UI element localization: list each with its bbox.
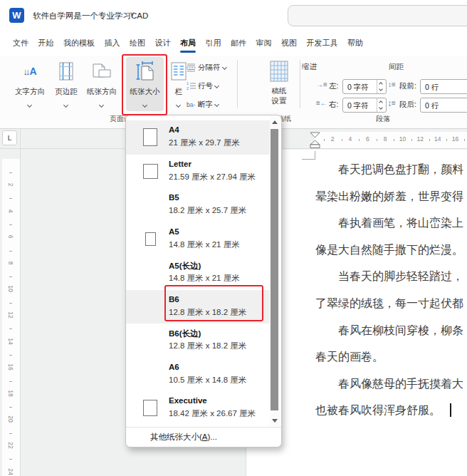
tab-引用[interactable]: 引用 bbox=[206, 35, 221, 53]
paper-size-option-A6[interactable]: A610.5 厘米 x 14.8 厘米 bbox=[126, 358, 271, 392]
chevron-down-icon bbox=[27, 103, 32, 108]
h-ruler-tick bbox=[359, 139, 360, 141]
h-ruler-number: 10 bbox=[397, 135, 409, 143]
v-ruler-tick bbox=[9, 433, 12, 434]
v-ruler-tick bbox=[9, 407, 12, 408]
scroll-down-icon[interactable] bbox=[272, 419, 278, 423]
text-direction-button[interactable]: ↓↓A 文字方向 bbox=[10, 57, 50, 111]
paper-size-option-B6(长边)[interactable]: B6(长边)12.8 厘米 x 18.2 厘米 bbox=[126, 324, 271, 358]
space-before-input[interactable]: 0 行 bbox=[420, 79, 467, 94]
tab-插入[interactable]: 插入 bbox=[105, 35, 120, 53]
paper-size-option-A4[interactable]: A421 厘米 x 29.7 厘米 bbox=[126, 120, 271, 155]
tab-设计[interactable]: 设计 bbox=[155, 35, 171, 53]
tab-布局[interactable]: 布局 bbox=[180, 35, 196, 53]
chevron-down-icon bbox=[99, 103, 104, 108]
manuscript-setup-button[interactable]: 稿纸 设置 bbox=[261, 57, 298, 111]
text-direction-icon: ↓↓A bbox=[10, 61, 50, 82]
document-text-line: 晕染出粉嫩的娇羞，世界变得 bbox=[315, 183, 467, 210]
space-before-icon: ↕≡ bbox=[388, 81, 399, 90]
v-ruler-number: 12 bbox=[7, 309, 14, 321]
tab-视图[interactable]: 视图 bbox=[281, 35, 297, 53]
paper-size-name: B6(长边) bbox=[169, 328, 201, 339]
paper-size-dims: 21.59 厘米 x 27.94 厘米 bbox=[169, 172, 256, 182]
h-ruler-number: 14 bbox=[432, 135, 444, 143]
group-label-paragraph: 段落 bbox=[362, 114, 404, 124]
chevron-down-icon bbox=[176, 103, 181, 108]
paper-size-option-B5[interactable]: B518.2 厘米 x 25.7 厘米 bbox=[126, 188, 271, 222]
indent-left-input[interactable]: 0 字符 bbox=[342, 79, 387, 94]
tab-文件[interactable]: 文件 bbox=[13, 35, 28, 53]
paper-size-dims: 18.42 厘米 x 26.67 厘米 bbox=[169, 408, 256, 419]
v-ruler-tick bbox=[9, 381, 12, 382]
h-ruler-number: 4 bbox=[345, 135, 356, 143]
h-ruler-tick bbox=[394, 139, 394, 141]
tab-开发工具[interactable]: 开发工具 bbox=[307, 35, 338, 53]
line-numbers-icon: 12 bbox=[187, 81, 196, 90]
h-ruler-tick bbox=[464, 139, 465, 141]
tab-selector-icon[interactable]: L bbox=[2, 130, 17, 145]
tab-我的模板[interactable]: 我的模板 bbox=[63, 35, 95, 53]
breaks-button[interactable]: 分隔符 bbox=[187, 61, 238, 73]
paper-icon bbox=[136, 391, 164, 425]
paper-size-dims: 18.2 厘米 x 25.7 厘米 bbox=[169, 205, 246, 216]
v-ruler-tick bbox=[9, 172, 12, 173]
v-ruler-tick bbox=[9, 459, 12, 460]
tab-邮件[interactable]: 邮件 bbox=[231, 35, 246, 53]
line-numbers-button[interactable]: 12 行号 bbox=[187, 80, 238, 92]
paper-size-option-A5[interactable]: A514.8 厘米 x 21 厘米 bbox=[126, 222, 271, 257]
document-text-line: 也被春风吹得浑身舒服。 bbox=[315, 397, 467, 424]
hyphenation-button[interactable]: ba- 断字 bbox=[187, 98, 238, 110]
title-chevron-down-icon[interactable]: ∨ bbox=[130, 10, 135, 18]
h-ruler-tick bbox=[342, 139, 342, 141]
chevron-down-icon bbox=[221, 65, 226, 70]
tab-绘图[interactable]: 绘图 bbox=[130, 35, 145, 53]
chevron-down-icon bbox=[214, 102, 219, 107]
svg-text:2: 2 bbox=[187, 86, 189, 90]
tab-开始[interactable]: 开始 bbox=[38, 35, 54, 53]
v-ruler-tick bbox=[9, 328, 12, 329]
v-ruler-number: 16 bbox=[7, 361, 14, 373]
v-ruler-number: 18 bbox=[7, 388, 14, 399]
indent-right-input[interactable]: 0 字符 bbox=[342, 98, 387, 113]
h-ruler-tick bbox=[324, 139, 325, 141]
h-ruler-tick bbox=[429, 139, 430, 141]
stepper[interactable] bbox=[377, 98, 386, 112]
orientation-icon bbox=[82, 61, 122, 82]
paper-size-dims: 21 厘米 x 29.7 厘米 bbox=[169, 138, 240, 148]
indent-left-icon: →≡ bbox=[316, 81, 327, 90]
stepper[interactable] bbox=[377, 80, 386, 93]
paper-icon bbox=[136, 222, 164, 257]
tab-帮助[interactable]: 帮助 bbox=[347, 35, 363, 53]
paper-size-name: A5 bbox=[169, 227, 179, 236]
scroll-up-icon[interactable] bbox=[272, 120, 278, 124]
tab-审阅[interactable]: 审阅 bbox=[256, 35, 272, 53]
breaks-icon bbox=[187, 63, 196, 72]
paper-size-dims: 12.8 厘米 x 18.2 厘米 bbox=[169, 341, 246, 351]
margins-button[interactable]: 页边距 bbox=[52, 57, 80, 111]
paper-size-dims: 14.8 厘米 x 21 厘米 bbox=[169, 273, 240, 284]
word-logo-icon: W bbox=[9, 8, 24, 23]
indent-right-icon: ≡← bbox=[316, 99, 327, 108]
h-ruler-number: 12 bbox=[414, 135, 426, 143]
indent-section-title: 缩进 bbox=[302, 62, 317, 72]
paper-size-option-Letter[interactable]: Letter21.59 厘米 x 27.94 厘米 bbox=[126, 155, 271, 189]
dropdown-scrollbar[interactable] bbox=[270, 117, 280, 426]
document-text[interactable]: 春天把调色盘打翻，颜料晕染出粉嫩的娇羞，世界变得春执着画笔，将山峦染上像是大自然… bbox=[315, 156, 467, 424]
document-text-line: 像是大自然随手撒下的烂漫。 bbox=[315, 237, 467, 264]
tab-list: 文件开始我的模板插入绘图设计布局引用邮件审阅视图开发工具帮助 bbox=[13, 31, 363, 56]
paper-size-name: Executive bbox=[169, 396, 207, 405]
orientation-button[interactable]: 纸张方向 bbox=[82, 57, 122, 111]
h-ruler-number: 8 bbox=[379, 135, 391, 143]
ruler-border bbox=[20, 129, 21, 476]
search-input[interactable]: 搜索 bbox=[288, 5, 467, 26]
indent-markers[interactable] bbox=[309, 132, 321, 149]
h-ruler-number: 2 bbox=[327, 135, 338, 143]
space-after-input[interactable]: 0 行 bbox=[420, 98, 467, 113]
document-text-line: 春风像慈母的手抚摸着大 bbox=[315, 371, 467, 398]
h-ruler-tick bbox=[446, 139, 447, 141]
scrollbar-thumb[interactable] bbox=[271, 129, 278, 410]
more-paper-sizes-item[interactable]: 其他纸张大小(A)... bbox=[126, 428, 281, 446]
paper-size-list: A421 厘米 x 29.7 厘米Letter21.59 厘米 x 27.94 … bbox=[126, 120, 281, 425]
paper-size-option-Executive[interactable]: Executive18.42 厘米 x 26.67 厘米 bbox=[126, 391, 271, 425]
v-ruler-tick bbox=[9, 303, 12, 304]
